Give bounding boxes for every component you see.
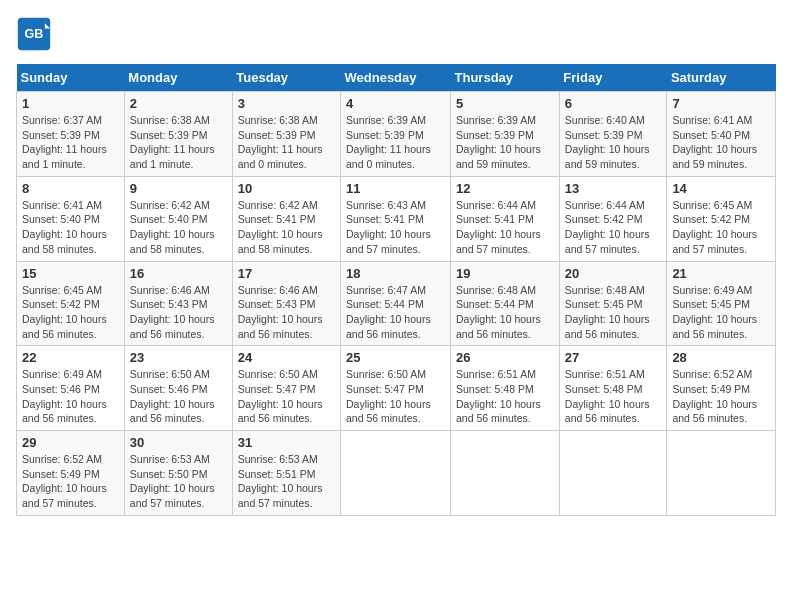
calendar-cell: 10Sunrise: 6:42 AM Sunset: 5:41 PM Dayli… bbox=[232, 176, 340, 261]
calendar-cell: 23Sunrise: 6:50 AM Sunset: 5:46 PM Dayli… bbox=[124, 346, 232, 431]
logo-icon: GB bbox=[16, 16, 52, 52]
calendar-cell: 6Sunrise: 6:40 AM Sunset: 5:39 PM Daylig… bbox=[559, 92, 667, 177]
day-number: 6 bbox=[565, 96, 662, 111]
day-number: 13 bbox=[565, 181, 662, 196]
day-number: 31 bbox=[238, 435, 335, 450]
day-info: Sunrise: 6:39 AM Sunset: 5:39 PM Dayligh… bbox=[456, 113, 554, 172]
day-info: Sunrise: 6:51 AM Sunset: 5:48 PM Dayligh… bbox=[456, 367, 554, 426]
day-info: Sunrise: 6:42 AM Sunset: 5:41 PM Dayligh… bbox=[238, 198, 335, 257]
day-number: 23 bbox=[130, 350, 227, 365]
day-info: Sunrise: 6:50 AM Sunset: 5:47 PM Dayligh… bbox=[346, 367, 445, 426]
day-info: Sunrise: 6:41 AM Sunset: 5:40 PM Dayligh… bbox=[22, 198, 119, 257]
calendar-cell: 24Sunrise: 6:50 AM Sunset: 5:47 PM Dayli… bbox=[232, 346, 340, 431]
day-number: 11 bbox=[346, 181, 445, 196]
day-number: 26 bbox=[456, 350, 554, 365]
calendar-cell: 27Sunrise: 6:51 AM Sunset: 5:48 PM Dayli… bbox=[559, 346, 667, 431]
day-info: Sunrise: 6:46 AM Sunset: 5:43 PM Dayligh… bbox=[238, 283, 335, 342]
calendar-cell: 13Sunrise: 6:44 AM Sunset: 5:42 PM Dayli… bbox=[559, 176, 667, 261]
day-info: Sunrise: 6:48 AM Sunset: 5:44 PM Dayligh… bbox=[456, 283, 554, 342]
calendar-cell: 20Sunrise: 6:48 AM Sunset: 5:45 PM Dayli… bbox=[559, 261, 667, 346]
calendar-cell: 7Sunrise: 6:41 AM Sunset: 5:40 PM Daylig… bbox=[667, 92, 776, 177]
header-tuesday: Tuesday bbox=[232, 64, 340, 92]
day-number: 1 bbox=[22, 96, 119, 111]
day-number: 14 bbox=[672, 181, 770, 196]
calendar-cell: 28Sunrise: 6:52 AM Sunset: 5:49 PM Dayli… bbox=[667, 346, 776, 431]
day-info: Sunrise: 6:40 AM Sunset: 5:39 PM Dayligh… bbox=[565, 113, 662, 172]
day-info: Sunrise: 6:37 AM Sunset: 5:39 PM Dayligh… bbox=[22, 113, 119, 172]
header-sunday: Sunday bbox=[17, 64, 125, 92]
day-number: 3 bbox=[238, 96, 335, 111]
day-number: 20 bbox=[565, 266, 662, 281]
calendar-cell: 14Sunrise: 6:45 AM Sunset: 5:42 PM Dayli… bbox=[667, 176, 776, 261]
day-number: 17 bbox=[238, 266, 335, 281]
week-row-3: 15Sunrise: 6:45 AM Sunset: 5:42 PM Dayli… bbox=[17, 261, 776, 346]
calendar-cell bbox=[451, 431, 560, 516]
day-info: Sunrise: 6:53 AM Sunset: 5:51 PM Dayligh… bbox=[238, 452, 335, 511]
calendar-cell: 30Sunrise: 6:53 AM Sunset: 5:50 PM Dayli… bbox=[124, 431, 232, 516]
day-info: Sunrise: 6:42 AM Sunset: 5:40 PM Dayligh… bbox=[130, 198, 227, 257]
header-wednesday: Wednesday bbox=[341, 64, 451, 92]
day-number: 24 bbox=[238, 350, 335, 365]
day-number: 28 bbox=[672, 350, 770, 365]
day-number: 19 bbox=[456, 266, 554, 281]
day-info: Sunrise: 6:38 AM Sunset: 5:39 PM Dayligh… bbox=[130, 113, 227, 172]
day-number: 12 bbox=[456, 181, 554, 196]
header-saturday: Saturday bbox=[667, 64, 776, 92]
day-info: Sunrise: 6:51 AM Sunset: 5:48 PM Dayligh… bbox=[565, 367, 662, 426]
calendar-cell: 21Sunrise: 6:49 AM Sunset: 5:45 PM Dayli… bbox=[667, 261, 776, 346]
day-info: Sunrise: 6:47 AM Sunset: 5:44 PM Dayligh… bbox=[346, 283, 445, 342]
calendar-cell: 4Sunrise: 6:39 AM Sunset: 5:39 PM Daylig… bbox=[341, 92, 451, 177]
day-number: 5 bbox=[456, 96, 554, 111]
calendar-header-row: SundayMondayTuesdayWednesdayThursdayFrid… bbox=[17, 64, 776, 92]
day-number: 21 bbox=[672, 266, 770, 281]
day-info: Sunrise: 6:49 AM Sunset: 5:46 PM Dayligh… bbox=[22, 367, 119, 426]
week-row-2: 8Sunrise: 6:41 AM Sunset: 5:40 PM Daylig… bbox=[17, 176, 776, 261]
day-number: 8 bbox=[22, 181, 119, 196]
day-info: Sunrise: 6:50 AM Sunset: 5:47 PM Dayligh… bbox=[238, 367, 335, 426]
calendar-cell: 16Sunrise: 6:46 AM Sunset: 5:43 PM Dayli… bbox=[124, 261, 232, 346]
day-info: Sunrise: 6:46 AM Sunset: 5:43 PM Dayligh… bbox=[130, 283, 227, 342]
calendar-cell: 19Sunrise: 6:48 AM Sunset: 5:44 PM Dayli… bbox=[451, 261, 560, 346]
week-row-4: 22Sunrise: 6:49 AM Sunset: 5:46 PM Dayli… bbox=[17, 346, 776, 431]
calendar-cell: 11Sunrise: 6:43 AM Sunset: 5:41 PM Dayli… bbox=[341, 176, 451, 261]
day-number: 18 bbox=[346, 266, 445, 281]
calendar-cell: 26Sunrise: 6:51 AM Sunset: 5:48 PM Dayli… bbox=[451, 346, 560, 431]
day-info: Sunrise: 6:44 AM Sunset: 5:41 PM Dayligh… bbox=[456, 198, 554, 257]
day-info: Sunrise: 6:45 AM Sunset: 5:42 PM Dayligh… bbox=[672, 198, 770, 257]
day-info: Sunrise: 6:49 AM Sunset: 5:45 PM Dayligh… bbox=[672, 283, 770, 342]
header-monday: Monday bbox=[124, 64, 232, 92]
day-number: 9 bbox=[130, 181, 227, 196]
day-info: Sunrise: 6:44 AM Sunset: 5:42 PM Dayligh… bbox=[565, 198, 662, 257]
page-header: GB bbox=[16, 16, 776, 52]
week-row-5: 29Sunrise: 6:52 AM Sunset: 5:49 PM Dayli… bbox=[17, 431, 776, 516]
calendar-cell: 1Sunrise: 6:37 AM Sunset: 5:39 PM Daylig… bbox=[17, 92, 125, 177]
day-number: 7 bbox=[672, 96, 770, 111]
calendar-cell: 2Sunrise: 6:38 AM Sunset: 5:39 PM Daylig… bbox=[124, 92, 232, 177]
day-info: Sunrise: 6:48 AM Sunset: 5:45 PM Dayligh… bbox=[565, 283, 662, 342]
calendar-cell: 25Sunrise: 6:50 AM Sunset: 5:47 PM Dayli… bbox=[341, 346, 451, 431]
day-number: 27 bbox=[565, 350, 662, 365]
header-thursday: Thursday bbox=[451, 64, 560, 92]
week-row-1: 1Sunrise: 6:37 AM Sunset: 5:39 PM Daylig… bbox=[17, 92, 776, 177]
day-number: 29 bbox=[22, 435, 119, 450]
day-info: Sunrise: 6:50 AM Sunset: 5:46 PM Dayligh… bbox=[130, 367, 227, 426]
logo: GB bbox=[16, 16, 56, 52]
day-number: 22 bbox=[22, 350, 119, 365]
calendar-cell: 12Sunrise: 6:44 AM Sunset: 5:41 PM Dayli… bbox=[451, 176, 560, 261]
calendar-cell: 29Sunrise: 6:52 AM Sunset: 5:49 PM Dayli… bbox=[17, 431, 125, 516]
header-friday: Friday bbox=[559, 64, 667, 92]
day-info: Sunrise: 6:52 AM Sunset: 5:49 PM Dayligh… bbox=[22, 452, 119, 511]
day-info: Sunrise: 6:38 AM Sunset: 5:39 PM Dayligh… bbox=[238, 113, 335, 172]
calendar-cell: 3Sunrise: 6:38 AM Sunset: 5:39 PM Daylig… bbox=[232, 92, 340, 177]
calendar-cell: 31Sunrise: 6:53 AM Sunset: 5:51 PM Dayli… bbox=[232, 431, 340, 516]
day-info: Sunrise: 6:52 AM Sunset: 5:49 PM Dayligh… bbox=[672, 367, 770, 426]
calendar-cell bbox=[559, 431, 667, 516]
calendar-cell: 8Sunrise: 6:41 AM Sunset: 5:40 PM Daylig… bbox=[17, 176, 125, 261]
svg-text:GB: GB bbox=[25, 27, 44, 41]
calendar-cell: 5Sunrise: 6:39 AM Sunset: 5:39 PM Daylig… bbox=[451, 92, 560, 177]
day-number: 25 bbox=[346, 350, 445, 365]
calendar-cell: 9Sunrise: 6:42 AM Sunset: 5:40 PM Daylig… bbox=[124, 176, 232, 261]
day-info: Sunrise: 6:45 AM Sunset: 5:42 PM Dayligh… bbox=[22, 283, 119, 342]
day-number: 2 bbox=[130, 96, 227, 111]
day-info: Sunrise: 6:39 AM Sunset: 5:39 PM Dayligh… bbox=[346, 113, 445, 172]
